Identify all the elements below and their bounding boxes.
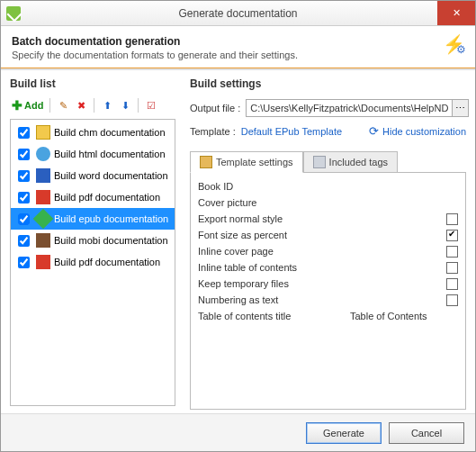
gear-icon: ⚙ [456,41,466,59]
setting-row: Keep temporary files [198,276,458,292]
titlebar: Generate documentation ✕ [1,1,475,26]
add-label: Add [24,100,43,111]
build-item-checkbox[interactable] [18,149,30,160]
build-item-label: Build html documentation [54,149,166,159]
cancel-label: Cancel [411,428,442,438]
refresh-icon: ⟳ [369,124,379,138]
tab-included-tags[interactable]: Included tags [303,151,398,173]
dialog-footer: Generate Cancel [1,413,475,451]
setting-row: Table of contents titleTable of Contents [198,308,458,324]
separator [138,98,139,113]
build-list-item[interactable]: Build chm documentation [11,122,175,143]
template-link[interactable]: Default EPub Template [241,126,342,137]
html-icon [36,147,50,161]
epub-icon [33,209,54,230]
build-list[interactable]: Build chm documentationBuild html docume… [10,119,175,406]
lightning-icon: ⚡⚙ [443,35,464,57]
setting-row: Book ID [198,178,458,194]
setting-label: Cover picture [198,197,350,208]
build-list-item[interactable]: Build epub documentation [11,208,175,230]
tab-template-settings[interactable]: Template settings [190,151,303,173]
settings-tabs: Template settingsIncluded tags [190,150,466,172]
select-all-icon[interactable]: ☑ [143,97,159,113]
browse-button[interactable]: ⋯ [452,100,468,116]
move-down-icon[interactable]: ⬇ [117,97,133,113]
chm-icon [36,125,50,140]
setting-label: Export normal style [198,213,446,224]
build-item-label: Build pdf documentation [54,257,160,267]
delete-icon[interactable]: ✖ [73,97,89,113]
hide-customization-link[interactable]: ⟳ Hide customization [369,124,466,138]
setting-row: Inline cover page [198,243,458,259]
build-list-item[interactable]: Build html documentation [11,143,175,165]
setting-checkbox[interactable] [446,230,458,241]
setting-row: Inline table of contents [198,259,458,276]
template-settings-panel: Book IDCover pictureExport normal styleF… [190,172,466,410]
generate-button[interactable]: Generate [306,422,382,444]
setting-checkbox[interactable] [446,278,458,290]
setting-value[interactable]: Table of Contents [350,311,458,321]
setting-checkbox[interactable] [446,262,458,274]
setting-label: Inline cover page [198,246,446,257]
window-title: Generate documentation [1,7,475,20]
build-list-item[interactable]: Build mobi documentation [11,230,175,251]
output-file-field[interactable]: C:\Users\KellyFitzpatrick\Documents\Help… [246,99,469,117]
build-item-checkbox[interactable] [18,257,30,268]
pdf-icon [36,255,50,269]
setting-label: Font size as percent [198,230,446,240]
setting-label: Numbering as text [198,294,446,305]
build-item-checkbox[interactable] [18,235,30,247]
build-item-label: Build pdf documentation [54,192,160,203]
build-settings-title: Build settings [190,77,466,90]
build-item-label: Build mobi documentation [54,235,168,246]
build-item-checkbox[interactable] [18,192,30,203]
header: Batch documentation generation Specify t… [1,26,475,68]
setting-checkbox[interactable] [446,213,458,225]
header-subtitle: Specify the documentation formats to gen… [12,50,298,60]
pdf-icon [36,190,50,204]
build-item-label: Build word documentation [54,170,168,181]
output-file-label: Output file : [190,103,240,113]
build-settings-panel: Build settings Output file : C:\Users\Ke… [181,70,475,413]
build-item-label: Build epub documentation [54,213,168,224]
tab-icon [313,156,326,168]
mobi-icon [36,233,50,248]
plus-icon: ✚ [12,98,22,113]
generate-label: Generate [323,428,364,438]
build-list-toolbar: ✚ Add ✎ ✖ ⬆ ⬇ ☑ [10,95,175,115]
add-button[interactable]: ✚ Add [10,98,45,113]
tab-label: Template settings [216,157,293,167]
build-list-item[interactable]: Build word documentation [11,165,175,186]
build-item-checkbox[interactable] [18,127,30,139]
build-item-checkbox[interactable] [18,213,30,225]
setting-row: Numbering as text [198,292,458,308]
build-list-item[interactable]: Build pdf documentation [11,251,175,273]
setting-row: Cover picture [198,194,458,211]
build-list-panel: Build list ✚ Add ✎ ✖ ⬆ ⬇ ☑ Build chm doc… [1,70,181,413]
setting-label: Book ID [198,181,350,192]
build-item-label: Build chm documentation [54,127,166,138]
setting-checkbox[interactable] [446,246,458,258]
tab-icon [200,156,212,168]
build-list-item[interactable]: Build pdf documentation [11,186,175,208]
setting-label: Keep temporary files [198,278,446,289]
template-label: Template : [190,126,236,137]
separator [49,98,50,113]
setting-checkbox[interactable] [446,294,458,306]
setting-label: Table of contents title [198,311,350,321]
edit-icon[interactable]: ✎ [55,97,71,113]
cancel-button[interactable]: Cancel [389,422,464,444]
header-title: Batch documentation generation [12,35,298,48]
separator [94,98,94,113]
tab-label: Included tags [329,157,388,167]
setting-row: Export normal style [198,211,458,227]
hide-customization-label: Hide customization [382,126,466,137]
setting-label: Inline table of contents [198,262,446,273]
setting-row: Font size as percent [198,227,458,243]
build-item-checkbox[interactable] [18,170,30,182]
word-icon [36,168,50,183]
build-list-title: Build list [10,77,175,90]
output-file-value: C:\Users\KellyFitzpatrick\Documents\Help… [247,103,452,113]
move-up-icon[interactable]: ⬆ [99,97,115,113]
